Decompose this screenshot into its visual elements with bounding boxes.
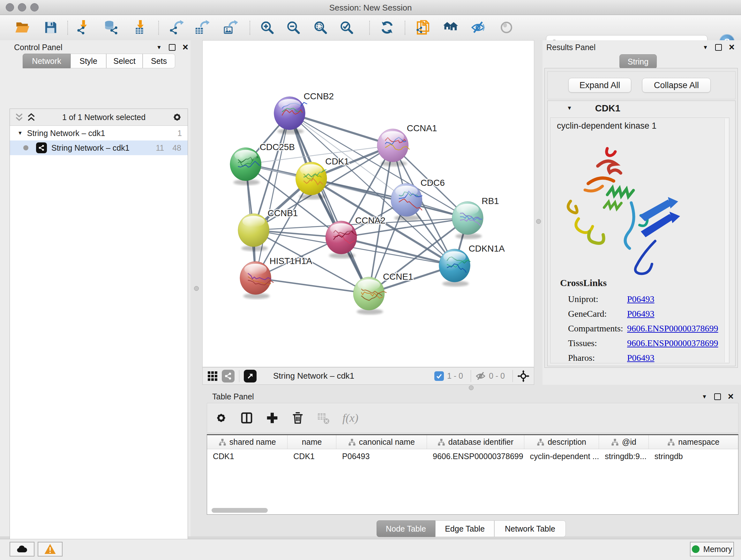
tab-node-table[interactable]: Node Table <box>377 520 435 537</box>
save-session-button[interactable] <box>42 18 60 37</box>
hidden-eye-icon[interactable] <box>475 371 486 381</box>
refresh-view-button[interactable] <box>378 18 396 37</box>
network-list-toolbar: 1 of 1 Network selected <box>10 109 188 126</box>
gear-icon[interactable] <box>172 112 183 123</box>
network-canvas[interactable]: CCNB2CCNA1CDC25BCDK1CDC6RB1CCNB1CCNA2CDK… <box>202 40 534 367</box>
string-home-button[interactable] <box>442 18 460 37</box>
column-header[interactable]: shared name <box>207 435 287 449</box>
column-header[interactable]: canonical name <box>336 435 427 449</box>
current-network-dot-icon <box>23 145 28 150</box>
table-hscrollbar[interactable] <box>212 508 268 513</box>
panel-close-icon[interactable]: × <box>729 44 735 51</box>
network-overview-icon[interactable] <box>222 370 234 382</box>
protein-description: cyclin-dependent kinase 1 <box>557 121 657 131</box>
open-folder-icon <box>15 20 30 35</box>
export-image-button[interactable] <box>221 18 239 37</box>
panel-menu-icon[interactable]: ▼ <box>703 45 708 50</box>
export-table-button[interactable] <box>193 18 211 37</box>
export-network-button[interactable] <box>167 18 185 37</box>
show-all-button[interactable] <box>497 18 515 37</box>
crosslink-value[interactable]: P06493 <box>627 294 655 304</box>
import-network-database-button[interactable] <box>102 18 120 37</box>
zoom-in-button[interactable] <box>258 18 276 37</box>
expand-all-button[interactable]: Expand All <box>568 78 631 92</box>
right-splitter[interactable] <box>534 40 542 385</box>
svg-text:CCNA2: CCNA2 <box>355 215 386 226</box>
main-toolbar: ? <box>0 15 741 41</box>
tab-network-table[interactable]: Network Table <box>494 520 566 537</box>
svg-text:CCNB2: CCNB2 <box>304 91 334 101</box>
column-type-icon <box>537 438 544 446</box>
tab-string[interactable]: String <box>619 54 657 69</box>
export-arrow-icon <box>229 20 238 27</box>
column-header[interactable]: namespace <box>649 435 738 449</box>
toolbar-separator <box>405 21 405 35</box>
collapse-triangle-icon[interactable]: ▼ <box>17 130 23 136</box>
column-header[interactable]: name <box>287 435 336 449</box>
panel-menu-icon[interactable]: ▼ <box>702 394 707 399</box>
control-panel: Control Panel ▼ × Network Style Select S… <box>0 40 191 537</box>
panel-float-icon[interactable] <box>715 44 722 51</box>
hide-selected-button[interactable] <box>469 18 487 37</box>
warning-button[interactable] <box>38 542 63 557</box>
horizontal-splitter[interactable] <box>191 385 741 390</box>
table-icon <box>196 28 203 34</box>
crosslink-value[interactable]: 9606.ENSP00000378699 <box>627 338 718 348</box>
table-row[interactable]: CDK1 CDK1 P06493 9606.ENSP00000378699 cy… <box>207 449 738 463</box>
memory-button[interactable]: Memory <box>690 542 734 557</box>
zoom-fit-button[interactable] <box>312 18 329 37</box>
network-collection-row[interactable]: ▼ String Network – cdk1 1 <box>10 126 188 140</box>
open-session-button[interactable] <box>13 18 31 37</box>
svg-text:CDK1: CDK1 <box>325 157 349 166</box>
gear-icon[interactable] <box>215 412 227 424</box>
import-table-button[interactable] <box>131 18 148 37</box>
tab-edge-table[interactable]: Edge Table <box>435 520 494 537</box>
collapse-all-networks-icon[interactable] <box>26 112 36 122</box>
memory-label: Memory <box>703 545 732 554</box>
panel-float-icon[interactable] <box>714 393 721 400</box>
zoom-out-button[interactable] <box>284 18 302 37</box>
panel-float-icon[interactable] <box>169 44 176 51</box>
create-network-from-selection-button[interactable] <box>414 18 431 37</box>
network-row[interactable]: String Network – cdk1 11 48 <box>10 140 188 155</box>
results-scrollbar[interactable] <box>724 118 729 362</box>
cloud-status-button[interactable] <box>10 542 35 557</box>
tab-style[interactable]: Style <box>71 54 106 68</box>
eye-slash-icon <box>471 20 485 35</box>
panel-close-icon[interactable]: × <box>183 44 188 51</box>
birdseye-crosshair-icon[interactable] <box>517 370 529 382</box>
tab-sets[interactable]: Sets <box>143 54 175 68</box>
column-header[interactable]: database identifier <box>427 435 524 449</box>
results-buttons-box: Expand All Collapse All <box>547 71 736 99</box>
grid-view-icon[interactable] <box>207 371 218 381</box>
column-header[interactable]: @id <box>599 435 649 449</box>
node-table[interactable]: shared name name canonical name database… <box>207 434 738 515</box>
selected-checkbox-icon[interactable] <box>434 371 444 381</box>
import-network-file-button[interactable] <box>74 18 91 37</box>
zoom-out-icon <box>286 20 300 35</box>
zoom-selected-button[interactable] <box>338 18 355 37</box>
panel-menu-icon[interactable]: ▼ <box>156 45 162 50</box>
crosslink-value[interactable]: P06493 <box>627 309 655 319</box>
column-header[interactable]: description <box>524 435 599 449</box>
delete-column-icon[interactable] <box>291 412 304 424</box>
column-type-icon <box>667 438 675 446</box>
add-column-icon[interactable] <box>266 412 279 424</box>
left-splitter[interactable] <box>191 40 202 385</box>
string-network-graph[interactable]: CCNB2CCNA1CDC25BCDK1CDC6RB1CCNB1CCNA2CDK… <box>203 41 534 367</box>
tab-network[interactable]: Network <box>23 54 71 68</box>
expand-all-networks-icon[interactable] <box>14 112 24 122</box>
detach-view-icon[interactable] <box>244 370 257 382</box>
svg-text:CDKN1A: CDKN1A <box>468 244 505 253</box>
crosslink-value[interactable]: 9606.ENSP00000378699 <box>627 323 718 334</box>
protein-structure-image <box>559 136 684 287</box>
panel-close-icon[interactable]: × <box>728 393 734 401</box>
crosslink-value[interactable]: P06493 <box>627 353 655 363</box>
section-collapse-icon[interactable]: ▼ <box>567 105 572 111</box>
toolbar-separator <box>67 21 68 35</box>
columns-icon[interactable] <box>240 412 253 424</box>
toolbar-separator <box>158 21 159 35</box>
hidden-counts: 0 - 0 <box>489 371 505 381</box>
tab-select[interactable]: Select <box>106 54 143 68</box>
collapse-all-button[interactable]: Collapse All <box>642 78 711 92</box>
